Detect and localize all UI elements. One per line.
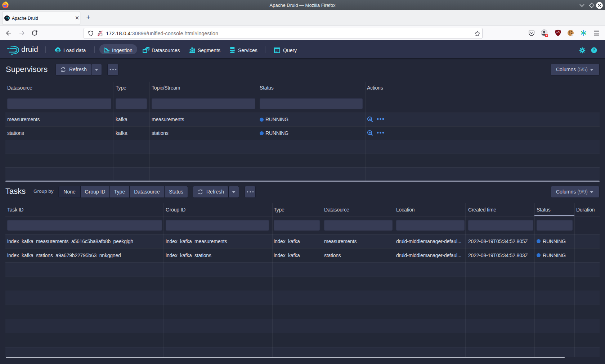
svg-text:?: ? [593,48,595,52]
svg-text:uO: uO [556,31,560,33]
